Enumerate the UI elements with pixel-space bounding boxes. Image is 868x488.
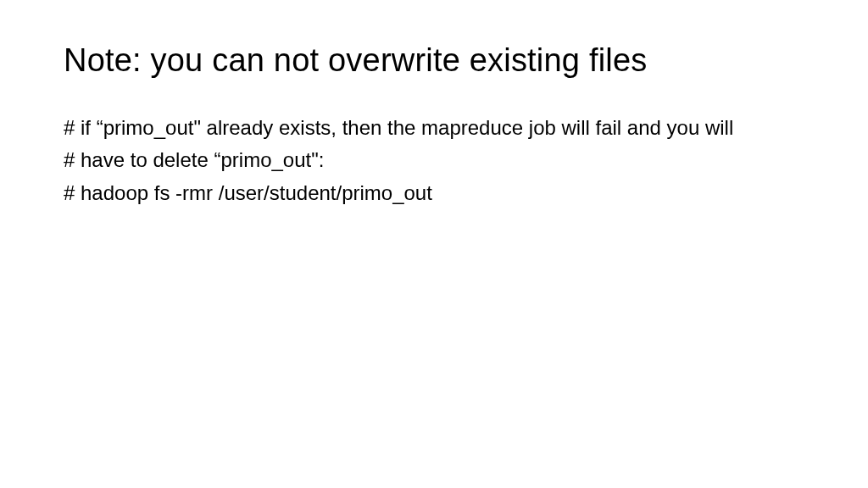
slide-body: # if “primo_out" already exists, then th… bbox=[64, 114, 804, 207]
slide-title: Note: you can not overwrite existing fil… bbox=[64, 42, 804, 79]
body-line-1: # if “primo_out" already exists, then th… bbox=[64, 114, 804, 141]
body-line-2: # have to delete “primo_out": bbox=[64, 147, 804, 174]
body-line-3: # hadoop fs -rmr /user/student/primo_out bbox=[64, 180, 804, 207]
